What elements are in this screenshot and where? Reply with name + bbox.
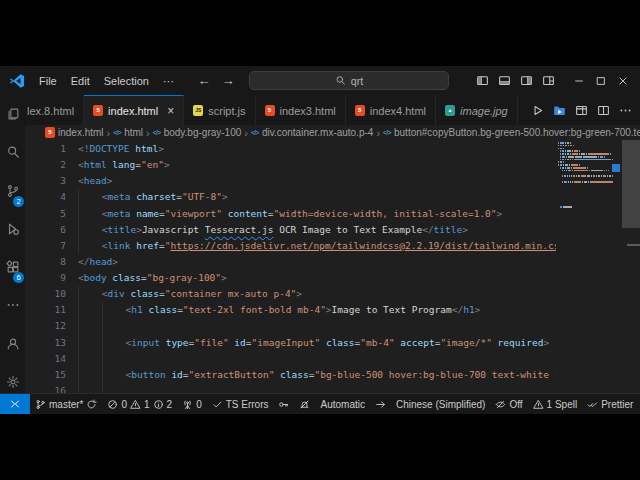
minimap[interactable] (556, 140, 614, 209)
status-problems[interactable]: 012 (102, 394, 177, 414)
line-content: <input type="file" id="imageInput" class… (78, 335, 549, 351)
breadcrumb-item[interactable]: 5index.html (45, 127, 104, 138)
code-line-7[interactable]: 7<link href="https://cdn.jsdelivr.net/np… (25, 238, 556, 254)
html-icon: 5 (355, 105, 365, 116)
status-prettier[interactable]: Prettier (582, 394, 638, 414)
tab-script-js[interactable]: JSscript.js (184, 95, 255, 125)
titlebar-actions (472, 71, 640, 91)
indent-guide (102, 302, 126, 318)
minimap-seg (578, 175, 579, 177)
code-line-10[interactable]: 10<div class="container mx-auto p-4"> (25, 286, 556, 302)
js-icon: JS (193, 105, 203, 116)
toggle-secondary-sidebar-button[interactable] (516, 71, 536, 91)
status-branch-status[interactable]: master* (30, 394, 102, 414)
warning-icon (130, 399, 141, 410)
command-center-search[interactable]: qrt (249, 71, 449, 90)
minimap-seg (565, 164, 568, 166)
status-translate-source[interactable]: Automatic (315, 394, 369, 414)
code-line-15[interactable]: 15<button id="extractButton" class="bg-b… (25, 367, 556, 383)
breadcrumb-item[interactable]: </>html (113, 127, 143, 138)
tab-label: image.jpg (460, 105, 508, 117)
tab-index-html[interactable]: 5index.html× (84, 95, 184, 125)
go-forward-button[interactable]: → (219, 73, 237, 88)
code-area: 1<!DOCTYPE html>2<html lang="en">3<head>… (25, 141, 556, 413)
menu-[interactable]: ⋯ (156, 71, 181, 91)
split-editor-button[interactable] (594, 101, 613, 120)
status-left: master*0120TS Errors (0, 394, 273, 414)
activitybar-account[interactable] (0, 337, 25, 375)
menu-selection[interactable]: Selection (97, 71, 156, 91)
minimap-line (556, 206, 614, 208)
status-spell-checker[interactable]: 1 Spell (528, 394, 583, 414)
breadcrumb-label: body.bg-gray-100 (164, 127, 242, 138)
minimap-seg (591, 170, 603, 172)
status-ports[interactable]: 0 (177, 394, 207, 414)
status-key-status[interactable] (273, 394, 294, 414)
menu-edit[interactable]: Edit (64, 71, 97, 91)
customize-layout-button[interactable] (538, 71, 558, 91)
close-tab-icon[interactable]: × (167, 104, 174, 118)
code-line-12[interactable]: 12 (25, 318, 556, 334)
vertical-scrollbar[interactable] (622, 140, 640, 228)
code-line-14[interactable]: 14 (25, 351, 556, 367)
code-line-13[interactable]: 13<input type="file" id="imageInput" cla… (25, 335, 556, 351)
maximize-button[interactable] (590, 71, 612, 91)
code-token: title (434, 222, 463, 238)
activitybar-extensions[interactable]: 6 (0, 260, 25, 298)
code-token: "imageInput" (252, 335, 321, 351)
minimap-seg (560, 153, 561, 155)
toggle-panel-button[interactable] (494, 71, 514, 91)
symbol-icon: </> (383, 129, 391, 136)
status-translate-mute[interactable] (294, 394, 315, 414)
breadcrumb-item[interactable]: </>body.bg-gray-100 (153, 127, 242, 138)
code-token: Image to Text Program (332, 302, 452, 318)
minimap-seg (566, 156, 567, 158)
status-translate-target[interactable]: Chinese (Simplified) (391, 394, 490, 414)
breadcrumb-item[interactable]: </>button#copyButton.bg-green-500.hover:… (383, 127, 640, 138)
activity-bar: 26 (0, 95, 25, 413)
menu-file[interactable]: File (32, 71, 64, 91)
minimap-seg (587, 175, 588, 177)
search-query: qrt (351, 75, 363, 87)
activitybar-additional-views[interactable] (0, 298, 25, 336)
code-line-11[interactable]: 11<h1 class="text-2xl font-bold mb-4">Im… (25, 302, 556, 318)
indent-guide (78, 238, 102, 254)
activitybar-run-and-debug[interactable] (0, 222, 25, 260)
code-line-1[interactable]: 1<!DOCTYPE html> (25, 141, 556, 157)
more-editor-actions-button[interactable] (616, 101, 635, 120)
preview-in-browser-button[interactable] (550, 101, 569, 120)
activitybar-source-control[interactable]: 2 (0, 184, 25, 222)
tab-index3-html[interactable]: 5index3.html (256, 95, 346, 125)
minimap-seg (579, 164, 580, 166)
status-ts-errors[interactable]: TS Errors (207, 394, 274, 414)
go-back-button[interactable]: ← (195, 73, 213, 88)
tab-lex-8-html[interactable]: lex.8.html (25, 95, 84, 125)
status-highlight-toggle[interactable]: Off (490, 394, 527, 414)
minimap-seg (558, 145, 559, 147)
code-line-3[interactable]: 3<head> (25, 173, 556, 189)
tab-image-jpg[interactable]: ▲image.jpg (436, 95, 518, 125)
toggle-sidebar-button[interactable] (472, 71, 492, 91)
badge: 2 (13, 196, 24, 207)
code-line-5[interactable]: 5<meta name="viewport" content="width=de… (25, 206, 556, 222)
code-line-4[interactable]: 4<meta charset="UTF-8"> (25, 189, 556, 205)
code-editor[interactable]: 1<!DOCTYPE html>2<html lang="en">3<head>… (25, 140, 640, 413)
open-preview-button[interactable] (572, 101, 591, 120)
tabs: lex.8.html5index.html×JSscript.js5index3… (25, 95, 518, 125)
code-line-9[interactable]: 9<body class="bg-gray-100"> (25, 270, 556, 286)
breadcrumb-item[interactable]: </>div.container.mx-auto.p-4 (251, 127, 373, 138)
status-right: AutomaticChinese (Simplified)Off1 SpellP… (273, 394, 640, 414)
code-line-2[interactable]: 2<html lang="en"> (25, 157, 556, 173)
code-line-6[interactable]: 6<title>Javascript Tesseract.js OCR Imag… (25, 222, 556, 238)
status-bar: master*0120TS Errors AutomaticChinese (S… (0, 393, 640, 414)
status-translate-direction[interactable] (370, 394, 391, 414)
activitybar-search[interactable] (0, 145, 25, 183)
minimize-button[interactable] (568, 71, 590, 91)
run-code-button[interactable] (528, 101, 547, 120)
activitybar-explorer[interactable] (0, 107, 25, 145)
status-remote-indicator[interactable] (0, 394, 30, 414)
close-window-button[interactable] (612, 71, 634, 91)
code-line-8[interactable]: 8</head> (25, 254, 556, 270)
tab-index4-html[interactable]: 5index4.html (346, 95, 436, 125)
code-token: OCR Image to Text Example (273, 222, 422, 238)
